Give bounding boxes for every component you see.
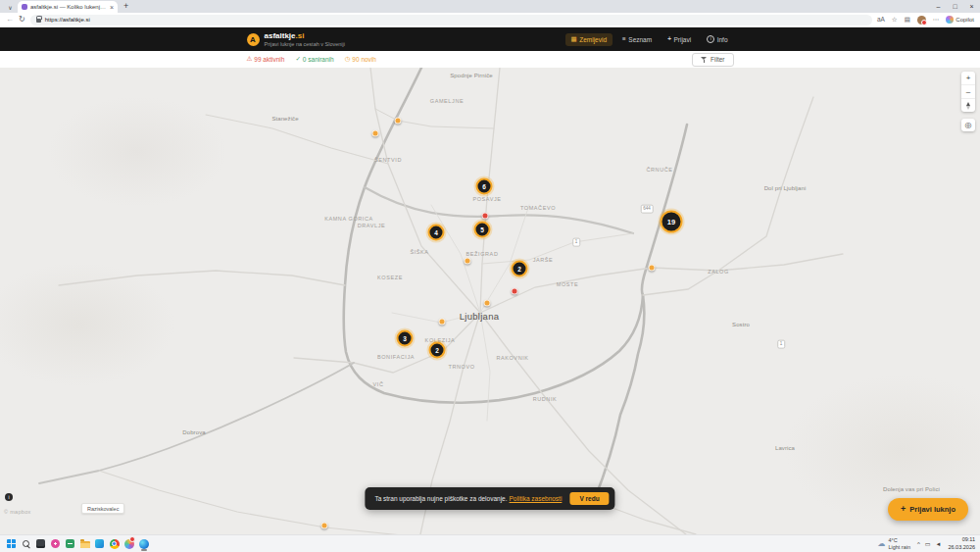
cluster-marker[interactable]: 5 — [474, 222, 491, 238]
stats-bar: 99 aktivnih 0 saniranih 90 novih Filter — [0, 51, 980, 69]
nav-item[interactable]: Seznam — [616, 33, 658, 46]
app-icon — [66, 539, 74, 548]
pothole-marker[interactable] — [512, 288, 518, 295]
cluster-marker[interactable]: 6 — [476, 178, 493, 195]
tab-title: asfaltkje.si — Koliko lukenj ima S… — [30, 4, 107, 10]
taskbar-app-icon[interactable] — [93, 536, 106, 551]
nav-item-icon — [571, 36, 577, 43]
road-shield: 1 — [777, 340, 785, 349]
taskbar-app-icon[interactable] — [108, 536, 121, 551]
site-nav: Zemljevid Seznam Prijavi Info — [565, 32, 734, 46]
window-controls: – □ × — [930, 0, 980, 13]
cookie-ok-button[interactable]: V redu — [569, 492, 609, 505]
windows-taskbar: ☁ 4°C Light rain ^ ▭ ◄ 09:11 26.03.2026 — [0, 534, 980, 552]
app-icon — [139, 539, 149, 549]
map-label: JARŠE — [533, 257, 554, 263]
map-canvas[interactable]: Ljubljana ŠENTVID GAMELJNE POSAVJE TOMAČ… — [0, 68, 980, 534]
site-header: A asfaltkje.si Prijavi luknje na cestah … — [0, 27, 980, 51]
translate-icon[interactable]: aA — [877, 17, 885, 24]
attribution-info-button[interactable]: i — [5, 493, 13, 501]
map-label: Dol pri Ljubljani — [764, 185, 807, 191]
close-button[interactable]: × — [963, 0, 980, 13]
maximize-button[interactable]: □ — [947, 0, 963, 13]
pothole-marker[interactable] — [484, 300, 491, 307]
taskbar-app-icon[interactable] — [64, 536, 76, 551]
back-icon[interactable]: ← — [6, 16, 14, 24]
pothole-marker[interactable] — [649, 265, 656, 272]
zoom-in-button[interactable]: + — [961, 72, 975, 85]
browser-tab[interactable]: asfaltkje.si — Koliko lukenj ima S… × — [18, 1, 118, 13]
site-favicon-icon — [22, 4, 27, 10]
tab-search-button[interactable]: ∨ — [5, 2, 16, 12]
weather-widget[interactable]: ☁ 4°C Light rain — [877, 537, 910, 551]
taskbar-app-icon[interactable] — [78, 536, 91, 551]
map-label: Sostro — [732, 322, 750, 327]
profile-avatar[interactable] — [917, 16, 926, 25]
stat-icon — [295, 56, 300, 63]
cluster-marker[interactable]: 2 — [512, 261, 528, 277]
pothole-marker[interactable] — [439, 319, 446, 326]
taskbar-app-icon[interactable] — [122, 536, 135, 551]
minimize-button[interactable]: – — [930, 0, 947, 13]
pothole-marker[interactable] — [321, 523, 328, 529]
tray-icon[interactable]: ^ — [917, 541, 920, 547]
more-menu-icon[interactable]: ⋯ — [933, 17, 940, 24]
nav-item-icon — [707, 35, 714, 43]
privacy-policy-link[interactable]: Politika zasebnosti — [510, 495, 563, 502]
taskbar-app-icon[interactable] — [49, 536, 62, 551]
refresh-icon[interactable]: ↻ — [19, 16, 25, 24]
tray-icon[interactable]: ▭ — [925, 540, 931, 547]
pothole-marker[interactable] — [482, 213, 489, 220]
compass-button[interactable] — [961, 99, 975, 112]
map-label: KOSEZE — [377, 275, 403, 280]
favorites-icon[interactable]: ☆ — [892, 17, 898, 24]
report-pothole-button[interactable]: + Prijavi luknjo — [888, 498, 968, 521]
taskbar-app-icon[interactable] — [20, 536, 32, 551]
map-label: TRNOVO — [448, 364, 474, 370]
taskbar-app-icon[interactable] — [5, 536, 18, 551]
taskbar-clock[interactable]: 09:11 26.03.2026 — [948, 536, 975, 550]
map-label: DRAVLJE — [358, 223, 386, 228]
site-tagline: Prijavi luknje na cestah v Sloveniji — [265, 41, 346, 48]
collections-icon[interactable]: ▤ — [905, 17, 910, 24]
cluster-marker[interactable]: 4 — [428, 225, 445, 241]
explorer-button[interactable]: Raziskovalec — [81, 503, 124, 514]
nav-item[interactable]: Info — [701, 32, 733, 46]
app-icon — [51, 539, 60, 548]
app-icon — [110, 539, 120, 549]
map-attribution[interactable]: © mapbox — [4, 509, 31, 515]
weather-text: 4°C Light rain — [888, 537, 910, 551]
map-label: RAKOVNIK — [496, 355, 528, 361]
pothole-marker[interactable] — [395, 118, 402, 125]
tray-icon[interactable]: ◄ — [936, 541, 942, 547]
map-label: ŠIŠKA — [410, 249, 428, 255]
cluster-marker[interactable]: 3 — [397, 330, 414, 347]
map-label: BONIFACIJA — [377, 354, 415, 360]
tab-close-icon[interactable]: × — [110, 4, 114, 11]
taskbar-app-icon[interactable] — [137, 536, 150, 551]
cluster-marker[interactable]: 2 — [429, 342, 446, 359]
address-bar[interactable]: https://asfaltkje.si — [30, 15, 872, 25]
cookie-banner: Ta stran uporablja nujne piškotke za del… — [365, 487, 614, 510]
filter-button[interactable]: Filter — [692, 53, 733, 67]
nav-item[interactable]: Zemljevid — [565, 33, 612, 46]
map-label: POSAVJE — [472, 196, 501, 202]
map-label: ZALOG — [708, 269, 729, 275]
copilot-button[interactable]: Copilot — [946, 16, 974, 24]
pothole-marker[interactable] — [465, 258, 471, 265]
site-brand[interactable]: asfaltkje.si Prijavi luknje na cestah v … — [265, 31, 346, 47]
new-tab-button[interactable]: + — [123, 2, 128, 11]
pothole-marker[interactable] — [372, 130, 379, 137]
map-label: KAMNA GORICA — [324, 216, 373, 222]
geolocate-button[interactable]: ◎ — [961, 119, 975, 131]
site-logo[interactable]: A — [247, 33, 260, 46]
map-label: Ljubljana — [460, 311, 500, 322]
app-icon — [80, 541, 90, 548]
nav-item[interactable]: Prijavi — [662, 33, 697, 46]
taskbar-apps — [5, 536, 150, 551]
stats-list: 99 aktivnih 0 saniranih 90 novih — [247, 56, 387, 63]
zoom-out-button[interactable]: – — [961, 85, 975, 99]
toolbar-actions: aA ☆ ▤ ⋯ Copilot — [877, 16, 974, 25]
cluster-marker[interactable]: 19 — [661, 211, 683, 233]
taskbar-app-icon[interactable] — [34, 536, 47, 551]
